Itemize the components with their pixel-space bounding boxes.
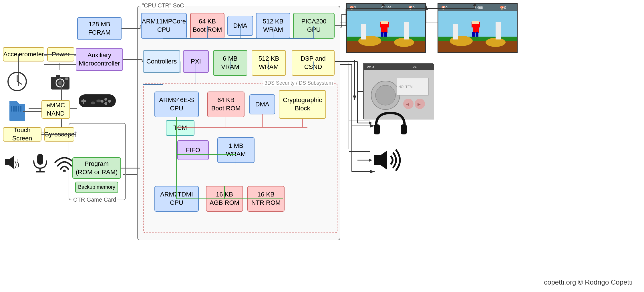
microphone-svg [32,152,48,172]
svg-text:W1-1: W1-1 [367,65,374,69]
backup-memory-label: Backup memory [78,184,115,190]
sd-card-svg [8,100,27,121]
emmc-nand-label: eMMCNAND [47,101,65,118]
svg-rect-141 [374,124,380,134]
ctr-game-card-label: CTR Game Card [72,196,117,203]
svg-text:🍄0: 🍄0 [500,5,506,10]
camera-svg [49,72,71,91]
svg-text:): ) [17,161,19,168]
svg-rect-79 [18,106,19,112]
microphone-icon [30,152,50,173]
svg-rect-127 [453,24,458,39]
svg-rect-108 [381,21,388,24]
svg-rect-110 [384,32,387,37]
emmc-nand-box: eMMCNAND [41,100,70,119]
wram-512-top-box: 512 KBWRAM [256,13,290,39]
boot-rom-64-box: 64 KBBoot ROM [190,13,224,39]
top-left-screen: 🍄2 ⏱ 466 🍄0 [346,3,426,53]
wifi-svg [54,152,75,172]
svg-point-89 [96,100,101,102]
wram-1mb-box: 1 MBWRAM [217,137,255,163]
pxi-label: PXI [191,57,201,66]
svg-text:🍄0: 🍄0 [408,5,415,10]
arm11-cpu-box: ARM11MPCoreCPU [141,13,187,39]
svg-text:◀: ◀ [406,102,409,106]
dma-top-label: DMA [233,22,247,30]
svg-rect-77 [13,106,15,112]
svg-text:✕4: ✕4 [413,66,417,69]
cpu-ctr-soc-label: "CPU CTR" SoC [141,2,185,9]
arm11-cpu-label: ARM11MPCoreCPU [142,17,186,34]
boot-rom-64-label: 64 KBBoot ROM [193,17,222,34]
svg-line-68 [17,82,22,84]
power-label: Power [52,50,69,59]
dsp-csnd-box: DSP andCSND [292,50,335,76]
svg-marker-75 [9,101,19,104]
tcm-label: TCM [173,124,187,132]
svg-text:🍄2: 🍄2 [350,5,356,10]
svg-rect-93 [37,154,43,165]
svg-point-134 [375,85,395,105]
svg-point-86 [101,100,104,103]
arm7tdmi-cpu-box: ARM7TDMICPU [154,186,199,212]
dma-sec-box: DMA [249,94,275,114]
fcram-box: 128 MBFCRAM [77,17,122,40]
camera-icon [47,70,73,93]
boot-rom-64-sec-box: 64 KBBoot ROM [207,92,245,117]
top-left-screen-svg: 🍄2 ⏱ 466 🍄0 [347,4,426,53]
svg-point-85 [108,100,111,103]
arm946e-cpu-box: ARM946E-SCPU [154,92,199,117]
security-subsystem-label: 3DS Security / DS Subsystem [263,80,334,86]
top-right-screen-svg: 🍄0 ⏱ 466 🍄0 [438,4,518,53]
svg-text:⏱ 466: ⏱ 466 [381,6,391,10]
headphones-icon [372,109,409,137]
svg-rect-126 [476,32,478,37]
fifo-box: FIFO [177,140,209,160]
crypto-block-box: CryptographicBlock [279,90,326,119]
svg-point-84 [104,98,107,101]
tcm-box: TCM [166,120,194,136]
vram-6mb-label: 6 MBVRAM [221,55,239,71]
agb-rom-label: 16 KBAGB ROM [210,190,239,207]
fifo-label: FIFO [186,146,200,154]
attribution-label: copetti.org © Rodrigo Copetti [544,278,633,286]
svg-rect-78 [15,106,17,112]
diagram-container: CTR Game Card "CPU CTR" SoC 3DS Security… [0,0,644,292]
pica200-gpu-box: PICA200GPU [293,13,335,39]
wram-512-mid-label: 512 KBWRAM [259,55,279,71]
svg-rect-142 [401,124,407,134]
fcram-label: 128 MBFCRAM [88,20,110,37]
aux-mcu-box: AuxiliaryMicrocontroller [76,48,123,71]
pica200-gpu-label: PICA200GPU [301,17,326,34]
touch-screen-box: Touch Screen [3,127,41,142]
touch-screen-label: Touch Screen [5,126,39,142]
speaker-out-icon [370,146,410,174]
speaker-out-svg [371,147,410,173]
svg-text:NO ITEM: NO ITEM [398,85,413,89]
svg-rect-111 [361,24,366,39]
crypto-block-label: CryptographicBlock [283,96,322,112]
svg-rect-109 [381,32,383,37]
svg-point-71 [58,81,62,85]
svg-rect-124 [472,21,479,24]
svg-marker-143 [374,151,387,170]
gyroscope-box: Gyroscope [44,127,74,142]
backup-memory-box: Backup memory [75,182,118,193]
dsp-csnd-label: DSP andCSND [301,55,326,71]
arm7tdmi-cpu-label: ARM7TDMICPU [160,190,193,207]
svg-rect-125 [472,32,475,37]
power-box: Power [47,47,74,61]
wram-1mb-label: 1 MBWRAM [226,142,246,158]
program-rom-ram-box: Program(ROM or RAM) [72,157,121,179]
svg-text:🍄0: 🍄0 [441,5,448,10]
boot-rom-64-sec-label: 64 KBBoot ROM [211,96,241,112]
ntr-rom-box: 16 KBNTR ROM [247,186,285,212]
svg-rect-72 [56,75,60,78]
gamepad-icon [76,89,119,112]
accelerometer-box: Accelerometer [3,47,44,61]
svg-marker-176 [369,121,372,125]
svg-rect-80 [20,106,21,112]
gamepad-svg [77,90,117,110]
svg-point-88 [91,102,95,104]
svg-text:⏱ 466: ⏱ 466 [473,6,483,10]
